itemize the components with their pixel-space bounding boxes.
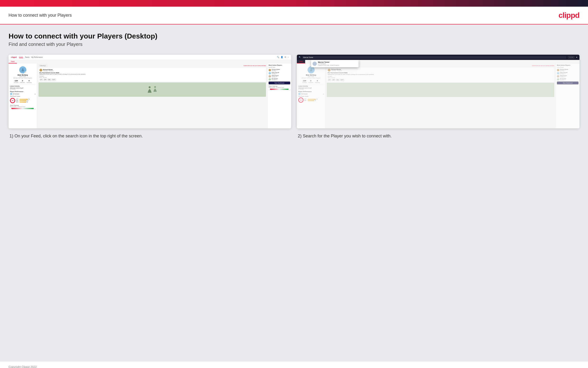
player-perf-dropdown-1[interactable]: ▾ bbox=[35, 93, 35, 95]
pp-quality-lbl-2: Total Player Quality bbox=[298, 96, 324, 97]
profile-name-1: Blair McHarg bbox=[18, 74, 28, 76]
figure-1 bbox=[147, 86, 152, 93]
user-icon-1[interactable]: 👤 bbox=[281, 56, 283, 58]
mini-feed-2: Following ▾ Control who can see your act… bbox=[325, 64, 556, 128]
settings-icon-1[interactable]: ⚙ bbox=[284, 56, 286, 58]
mini-tab-feed-1[interactable]: Feed bbox=[9, 60, 17, 64]
pp-title-2: Player Performance bbox=[298, 91, 324, 92]
profile-name-2: Blair McHarg bbox=[306, 74, 316, 76]
heatmap-range-1: -5 +5 bbox=[10, 108, 35, 110]
mini-nav-teams[interactable]: Teams bbox=[25, 56, 29, 58]
mini-nav-performance[interactable]: My Performance bbox=[31, 56, 43, 58]
profile-avatar-2 bbox=[307, 66, 315, 74]
piers-info-1: Piers Parnell Activities: 4 bbox=[272, 72, 279, 74]
mini-app-1: clippd Home Teams My Performance 🔍 👤 ⚙ ○ bbox=[9, 55, 291, 128]
search-clear-btn-2[interactable]: CLEAR bbox=[568, 56, 574, 58]
heatmap-right-bar-1 bbox=[270, 89, 289, 90]
search-icon-2[interactable]: 🔍 bbox=[299, 56, 301, 58]
following-btn-1[interactable]: Following bbox=[38, 64, 47, 67]
following-bar-1: Following Control who can see your activ… bbox=[38, 64, 266, 67]
heatmap-title-1: Team Heatmap bbox=[10, 105, 35, 106]
richard-info-1: Richard Butler Activities: 7 bbox=[272, 69, 280, 71]
tag-arg-1: ARG bbox=[47, 79, 51, 81]
latest-lbl-2: Latest Activity bbox=[298, 85, 324, 87]
quality-badge-1: 84 bbox=[10, 98, 15, 103]
avatar-icon-1[interactable]: ○ bbox=[288, 56, 289, 58]
stat-following-1: 4 Following bbox=[26, 80, 32, 83]
profile-stats-1: 129 Activities 3 Followers 4 bbox=[14, 80, 31, 83]
team-dashboard-btn-1[interactable]: Team Dashboard bbox=[269, 82, 290, 84]
hero-title: How to connect with your Players (Deskto… bbox=[9, 32, 579, 40]
header: How to connect with your Players clippd bbox=[0, 7, 588, 25]
mini-profile-1: Blair McHarg Golf Coach Mill Ride Golf C… bbox=[10, 65, 35, 84]
mini-nav-home[interactable]: Home bbox=[19, 56, 23, 58]
screenshot-1-col: clippd Home Teams My Performance 🔍 👤 ⚙ ○ bbox=[9, 55, 291, 139]
screenshots-row: clippd Home Teams My Performance 🔍 👤 ⚙ ○ bbox=[9, 55, 579, 139]
quality-row-1: 84 OTT 79 APP bbox=[10, 97, 35, 104]
active-player-eli: Eli Vincent Activities: 1 bbox=[269, 78, 290, 81]
control-link-1[interactable]: Control who can see your activity and da… bbox=[244, 65, 266, 66]
mini-nav-items-1: Home Teams My Performance bbox=[19, 56, 43, 58]
player-perf-avatar-1 bbox=[10, 93, 12, 95]
player-perf-title-1: Player Performance bbox=[10, 91, 35, 92]
stat-fol-2: 3 Followers bbox=[308, 80, 313, 83]
heatmap-right-1: Team Heatmap Player Quality · 20 Round T… bbox=[269, 85, 290, 91]
activity-header-1: Richard Butler Yesterday · The Grove bbox=[39, 69, 265, 72]
hero-subtitle: Find and connect with your Players bbox=[9, 42, 579, 47]
search-result-club-2: Cypress Point Club, United Kingdom bbox=[318, 64, 339, 66]
pp-dd-2: ▾ bbox=[323, 93, 324, 95]
screenshot-1-frame: clippd Home Teams My Performance 🔍 👤 ⚙ ○ bbox=[9, 55, 291, 128]
eli-avatar-1 bbox=[269, 78, 271, 81]
mini-profile-2: Blair McHarg Golf Coach Mill Ride Golf C… bbox=[298, 65, 324, 84]
arg-bar-1: ARG 69 bbox=[16, 101, 35, 103]
caption-2: 2) Search for the Player you wish to con… bbox=[297, 128, 579, 139]
heatmap-right-range-1: -5 +5 bbox=[269, 89, 290, 91]
search-close-btn-2[interactable]: ✕ bbox=[576, 56, 578, 58]
app-bar-1: APP 70 bbox=[16, 100, 35, 101]
screenshot-2-col: clippd Home Teams My Performance Feed bbox=[297, 55, 579, 139]
stat-followers-1: 3 Followers bbox=[20, 80, 25, 83]
svg-point-3 bbox=[310, 68, 312, 70]
stat-act-2: 129 Activities bbox=[302, 80, 307, 83]
mini-nav-icons-1: 🔍 👤 ⚙ ○ bbox=[277, 56, 289, 58]
duration-value-1: 02 hr : 00 min bbox=[39, 77, 265, 78]
search-result-info-2: Marcus Turner 1.5 Handicap Cypress Point… bbox=[318, 61, 339, 66]
svg-point-2 bbox=[154, 86, 156, 88]
search-result-1[interactable]: Marcus Turner 1.5 Handicap Cypress Point… bbox=[313, 61, 357, 66]
activity-tags-1: OTT APP ARG PUTT bbox=[39, 79, 265, 81]
search-result-name-2: Marcus Turner bbox=[318, 61, 339, 63]
mini-left-panel-1: Blair McHarg Golf Coach Mill Ride Golf C… bbox=[9, 64, 37, 128]
latest-activity-label-1: Latest Activity bbox=[10, 85, 35, 87]
search-dropdown-2: Marcus Turner 1.5 Handicap Cypress Point… bbox=[311, 60, 359, 67]
player-perf-player-row-1: Eli Vincent ▾ bbox=[10, 93, 35, 95]
pp-name-2: Eli Vincent bbox=[301, 93, 307, 95]
page-title: How to connect with your Players bbox=[9, 13, 72, 18]
active-player-piers: Piers Parnell Activities: 4 bbox=[269, 72, 290, 74]
hiral-info-1: Hiral Pujara Activities: 3 bbox=[272, 75, 279, 77]
heatmap-right-sub-1: Player Quality · 20 Round Trend bbox=[269, 87, 290, 88]
mini-left-panel-2: Blair McHarg Golf Coach Mill Ride Golf C… bbox=[297, 64, 325, 128]
profile-club-1: Mill Ride Golf Club, United Kingdom bbox=[13, 77, 32, 79]
search-icon-1[interactable]: 🔍 bbox=[277, 56, 279, 58]
total-quality-label-1: Total Player Quality bbox=[10, 96, 35, 97]
latest-date-2: 27 Jul 2022 bbox=[298, 89, 324, 90]
activity-avatar-1 bbox=[39, 69, 42, 72]
ott-bar-1: OTT 79 bbox=[16, 99, 35, 100]
mini-tab-feed-2[interactable]: Feed bbox=[297, 60, 305, 64]
pp-avatar-2 bbox=[298, 93, 301, 95]
profile-club-2: Mill Ride Golf Club, United Kingdom bbox=[302, 77, 321, 79]
mini-nav-1: clippd Home Teams My Performance 🔍 👤 ⚙ ○ bbox=[9, 55, 291, 60]
search-bar-2: 🔍 Marcus Turner CLEAR ✕ bbox=[297, 55, 579, 60]
most-active-header-1: Most Active Players Last 30 days bbox=[269, 64, 290, 68]
tag-putt-1: PUTT bbox=[52, 79, 56, 81]
search-input-2[interactable]: Marcus Turner bbox=[302, 56, 566, 59]
profile-stats-2: 129 Activities 3 Followers 4 bbox=[302, 80, 320, 83]
photo-figures-1 bbox=[147, 86, 157, 93]
heatmap-bar-1 bbox=[11, 108, 34, 109]
mini-right-panel-2: Most Active Players Last 30 days Richard… bbox=[556, 64, 579, 128]
logo: clippd bbox=[559, 11, 579, 20]
screenshot-2-frame: clippd Home Teams My Performance Feed bbox=[297, 55, 579, 128]
footer: Copyright Clippd 2022 bbox=[0, 362, 588, 368]
mini-right-panel-1: Most Active Players Last 30 days Richard… bbox=[267, 64, 291, 128]
pp-bars-2: OTT 79 APP 70 bbox=[304, 99, 324, 101]
